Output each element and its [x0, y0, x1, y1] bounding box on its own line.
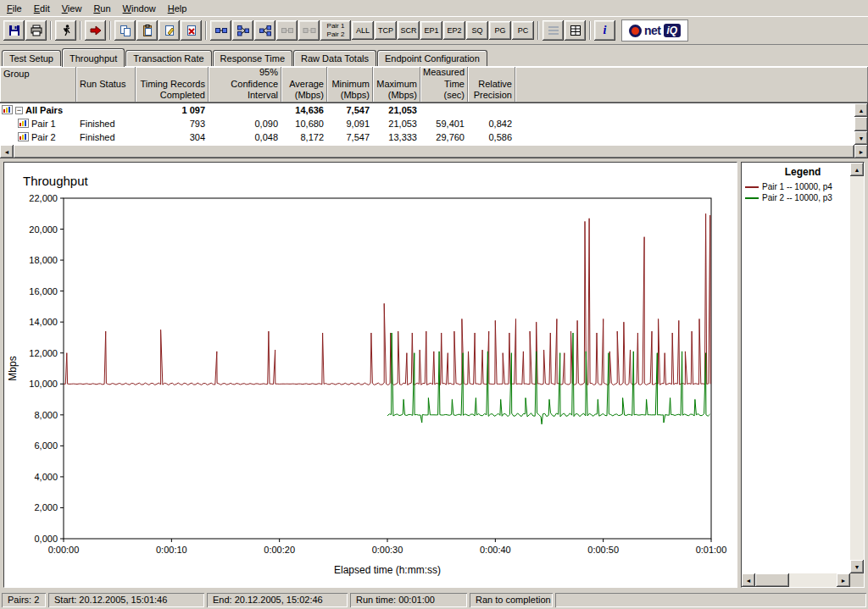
print-button[interactable] [25, 20, 47, 41]
cell-run-status: Finished [76, 117, 136, 130]
filter-sq-button[interactable]: SQ [466, 21, 488, 40]
scroll-left-icon[interactable]: ◄ [0, 145, 14, 158]
pair-selector-button[interactable]: Pair 1 Pair 2 [320, 20, 351, 41]
connect-endpoints-button[interactable] [276, 20, 298, 41]
svg-text:20,000: 20,000 [29, 224, 58, 235]
edit-pair-button[interactable] [159, 20, 180, 41]
details-view-button[interactable] [565, 20, 586, 41]
scroll-left-icon[interactable]: ◄ [742, 573, 755, 587]
tree-collapse-icon[interactable]: − [15, 107, 23, 114]
status-start-time: Start: 20.12.2005, 15:01:46 [48, 593, 204, 607]
scroll-down-icon[interactable]: ▼ [850, 560, 864, 573]
tab-test-setup[interactable]: Test Setup [2, 50, 61, 66]
filter-ep1-button[interactable]: EP1 [420, 21, 442, 40]
svg-text:6,000: 6,000 [34, 440, 58, 451]
cell-confidence: 0,090 [209, 117, 281, 130]
table-row-pair-2[interactable]: Pair 2 Finished 304 0,048 8,172 7,547 13… [0, 130, 854, 144]
save-button[interactable] [3, 20, 25, 41]
scroll-right-icon[interactable]: ► [854, 145, 868, 158]
cell-minimum: 7,547 [327, 103, 373, 117]
tab-endpoint-configuration[interactable]: Endpoint Configuration [377, 50, 487, 66]
menu-help[interactable]: Help [162, 2, 193, 15]
add-pair-button[interactable] [210, 20, 231, 41]
scroll-down-icon[interactable]: ▼ [854, 131, 868, 145]
status-completion: Ran to completion [470, 593, 553, 607]
add-pair-group-button[interactable] [232, 20, 253, 41]
printer-icon [30, 24, 43, 37]
red-arrow-icon [89, 24, 103, 37]
netiq-logo-iq: iQ [664, 24, 682, 37]
copy-pair-button[interactable] [114, 20, 136, 41]
results-table-body: − All Pairs 1 097 14,636 7,547 21,053 Pa… [0, 102, 868, 145]
scrollbar-thumb[interactable] [14, 145, 854, 158]
svg-text:16,000: 16,000 [29, 286, 58, 296]
legend-item-pair-1[interactable]: Pair 1 -- 10000, p4 [742, 181, 864, 192]
legend-horizontal-scrollbar[interactable]: ◄ ► [742, 573, 850, 587]
cell-average: 8,172 [281, 130, 327, 144]
svg-text:4,000: 4,000 [34, 472, 58, 482]
cell-relative-precision: 0,842 [468, 117, 515, 130]
help-info-button[interactable]: i [594, 20, 615, 41]
column-header-measured-time: Measured Time (sec) [420, 67, 468, 102]
cell-measured-time: 29,760 [420, 130, 468, 144]
status-pairs: Pairs: 2 [2, 593, 46, 607]
stop-test-button[interactable] [85, 20, 106, 41]
cell-relative-precision [468, 103, 515, 117]
scrollbar-track[interactable] [850, 176, 864, 560]
group-label: Pair 2 [31, 132, 56, 142]
filter-all-button[interactable]: ALL [352, 21, 374, 40]
svg-text:Throughput: Throughput [23, 174, 89, 188]
menu-window[interactable]: Window [117, 2, 162, 15]
pair-chart-icon [18, 132, 29, 143]
pair-chart-icon [2, 105, 13, 116]
add-multicast-group-button[interactable] [254, 20, 275, 41]
list-view-icon [547, 24, 560, 37]
scrollbar-track[interactable] [789, 573, 837, 587]
toolbar-separator [50, 21, 52, 40]
run-test-button[interactable] [55, 20, 76, 41]
table-vertical-scrollbar[interactable]: ▲ ▼ [854, 103, 868, 145]
tab-transaction-rate[interactable]: Transaction Rate [125, 50, 211, 66]
paste-icon [141, 24, 154, 37]
toolbar-separator [80, 21, 81, 40]
toolbar: Pair 1 Pair 2 ALL TCP SCR EP1 EP2 SQ PG … [0, 16, 868, 45]
scrollbar-thumb[interactable] [755, 573, 789, 587]
column-header-maximum: Maximum (Mbps) [373, 67, 420, 102]
paste-pair-button[interactable] [136, 20, 158, 41]
delete-pair-button[interactable] [181, 20, 202, 41]
tab-throughput[interactable]: Throughput [62, 48, 125, 67]
table-row-pair-1[interactable]: Pair 1 Finished 793 0,090 10,680 9,091 2… [0, 117, 854, 130]
scroll-up-icon[interactable]: ▲ [850, 163, 864, 176]
report-view-button[interactable] [542, 20, 564, 41]
filter-pg-button[interactable]: PG [489, 21, 511, 40]
filter-ep2-button[interactable]: EP2 [443, 21, 465, 40]
filter-scr-button[interactable]: SCR [398, 21, 420, 40]
table-horizontal-scrollbar[interactable]: ◄ ► [0, 145, 868, 158]
legend-item-pair-2[interactable]: Pair 2 -- 10000, p3 [742, 192, 864, 203]
table-row-all-pairs[interactable]: − All Pairs 1 097 14,636 7,547 21,053 [0, 103, 854, 117]
menu-file[interactable]: File [1, 2, 28, 15]
filter-pc-button[interactable]: PC [512, 21, 534, 40]
netiq-logo-net: net [644, 24, 661, 37]
scroll-right-icon[interactable]: ► [837, 573, 850, 587]
tab-raw-data-totals[interactable]: Raw Data Totals [293, 50, 376, 66]
scrollbar-thumb[interactable] [854, 117, 868, 131]
scroll-up-icon[interactable]: ▲ [854, 103, 868, 117]
cell-measured-time [420, 103, 468, 117]
info-icon: i [604, 24, 607, 37]
copy-icon [119, 24, 132, 37]
svg-text:2,000: 2,000 [34, 502, 58, 512]
tab-response-time[interactable]: Response Time [213, 50, 292, 66]
toolbar-separator [205, 21, 207, 40]
menu-edit[interactable]: Edit [28, 2, 56, 15]
svg-text:8,000: 8,000 [34, 410, 58, 420]
cell-maximum: 21,053 [373, 103, 420, 117]
disconnect-endpoints-button[interactable] [298, 20, 320, 41]
menu-run[interactable]: Run [87, 2, 116, 15]
svg-text:Mbps: Mbps [7, 356, 19, 380]
legend-vertical-scrollbar[interactable]: ▲ ▼ [850, 163, 864, 573]
menu-view[interactable]: View [56, 2, 88, 15]
filter-tcp-button[interactable]: TCP [375, 21, 397, 40]
status-filler [555, 593, 866, 607]
menu-bar: File Edit View Run Window Help [0, 0, 868, 16]
